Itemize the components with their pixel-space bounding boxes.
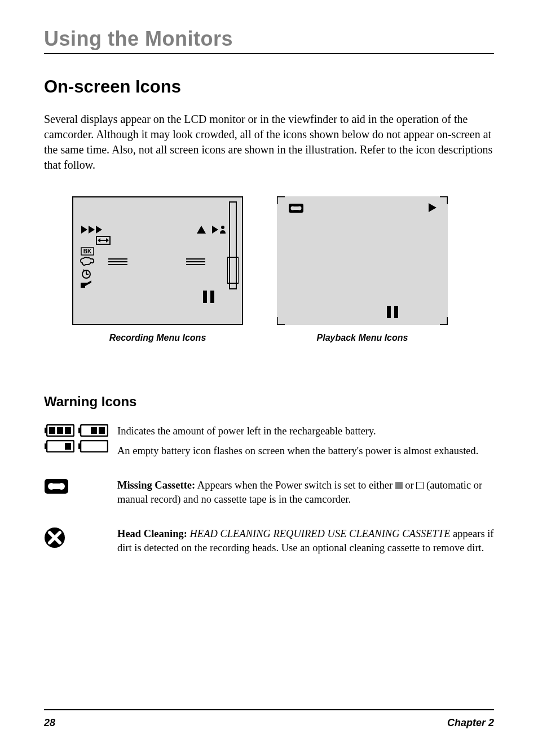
head-italic: HEAD CLEANING REQUIRED USE CLEANING CASS… xyxy=(187,528,451,539)
cassette-text: Missing Cassette: Appears when the Power… xyxy=(117,478,494,507)
svg-rect-33 xyxy=(394,306,398,318)
svg-rect-37 xyxy=(57,427,63,434)
svg-rect-32 xyxy=(387,306,391,318)
svg-marker-7 xyxy=(98,238,100,243)
warning-icons-title: Warning Icons xyxy=(44,394,494,410)
chapter-title: Using the Monitors xyxy=(44,27,494,51)
hand-icon xyxy=(80,257,95,266)
pause-icon xyxy=(203,291,214,303)
cassette-text1: Appears when the Power switch is set to … xyxy=(195,480,395,491)
corner-tl-icon xyxy=(277,196,285,204)
battery-line2: An empty battery icon flashes on screen … xyxy=(117,444,494,458)
pause-icon xyxy=(387,306,398,318)
triple-play-icon xyxy=(81,226,104,234)
svg-point-24 xyxy=(221,226,224,229)
error-x-icon xyxy=(44,527,65,548)
recording-screen: BK xyxy=(72,196,243,325)
battery-one-third-icon xyxy=(44,440,74,452)
corner-br-icon xyxy=(440,317,448,325)
svg-marker-31 xyxy=(429,203,436,212)
svg-rect-51 xyxy=(51,484,61,489)
corner-tr-icon xyxy=(440,196,448,204)
page-number: 28 xyxy=(44,717,55,729)
svg-rect-38 xyxy=(65,427,71,434)
svg-marker-15 xyxy=(81,280,91,288)
gray-square-icon xyxy=(395,482,403,489)
chapter-label: Chapter 2 xyxy=(447,717,494,729)
svg-rect-47 xyxy=(78,443,81,449)
caption-row: Recording Menu Icons Playback Menu Icons xyxy=(72,333,494,343)
battery-line1: Indicates the amount of power left in th… xyxy=(117,424,494,438)
svg-text:BK: BK xyxy=(83,248,92,254)
svg-rect-30 xyxy=(293,206,299,210)
svg-rect-40 xyxy=(78,428,81,433)
cassette-icon xyxy=(44,478,69,494)
svg-rect-25 xyxy=(203,291,207,303)
svg-line-14 xyxy=(83,270,85,271)
svg-rect-42 xyxy=(99,427,105,434)
play-icon xyxy=(429,203,436,212)
footer-divider xyxy=(44,709,494,710)
outline-square-icon xyxy=(416,482,424,489)
svg-marker-22 xyxy=(197,226,206,234)
triangle-up-icon xyxy=(197,226,206,234)
cassette-icon-wrap xyxy=(44,478,117,496)
lines-right-icon xyxy=(186,258,205,265)
corner-bl-icon xyxy=(277,317,285,325)
battery-warning-row: Indicates the amount of power left in th… xyxy=(44,424,494,458)
head-icon-wrap xyxy=(44,527,117,551)
battery-full-icon xyxy=(44,424,74,437)
double-arrow-box-icon xyxy=(96,236,111,245)
cassette-text2: or xyxy=(403,480,417,491)
bk-box-icon: BK xyxy=(81,247,94,256)
svg-marker-3 xyxy=(89,226,95,234)
head-warning-row: Head Cleaning: HEAD CLEANING REQUIRED US… xyxy=(44,527,494,555)
svg-marker-23 xyxy=(212,226,218,234)
battery-icons xyxy=(44,424,117,452)
cassette-small-icon xyxy=(288,203,304,213)
footer: 28 Chapter 2 xyxy=(44,709,494,729)
svg-rect-41 xyxy=(91,427,97,434)
svg-marker-8 xyxy=(106,238,109,243)
svg-marker-4 xyxy=(96,226,102,234)
svg-marker-2 xyxy=(81,226,87,234)
recording-caption: Recording Menu Icons xyxy=(72,333,243,343)
divider xyxy=(44,53,494,54)
battery-text: Indicates the amount of power left in th… xyxy=(117,424,494,458)
timer-icon xyxy=(81,269,91,279)
section-title: On-screen Icons xyxy=(44,77,494,97)
head-label: Head Cleaning: xyxy=(117,528,187,539)
svg-rect-0 xyxy=(230,202,236,289)
playback-caption: Playback Menu Icons xyxy=(277,333,448,343)
cassette-warning-row: Missing Cassette: Appears when the Power… xyxy=(44,478,494,507)
head-text: Head Cleaning: HEAD CLEANING REQUIRED US… xyxy=(117,527,494,555)
battery-two-thirds-icon xyxy=(78,424,108,437)
svg-rect-36 xyxy=(49,427,55,434)
svg-rect-46 xyxy=(81,441,108,452)
marker-icon xyxy=(81,280,92,288)
svg-rect-45 xyxy=(65,443,71,450)
screens-row: BK xyxy=(72,196,494,325)
svg-rect-35 xyxy=(45,428,47,433)
svg-rect-44 xyxy=(45,443,47,449)
cassette-label: Missing Cassette: xyxy=(117,480,195,491)
lines-left-icon xyxy=(108,258,127,265)
playback-screen xyxy=(277,196,448,325)
zoom-bar-icon xyxy=(227,201,239,291)
battery-empty-icon xyxy=(78,440,108,452)
play-person-icon xyxy=(212,226,227,234)
svg-rect-26 xyxy=(210,291,214,303)
intro-paragraph: Several displays appear on the LCD monit… xyxy=(44,112,494,173)
